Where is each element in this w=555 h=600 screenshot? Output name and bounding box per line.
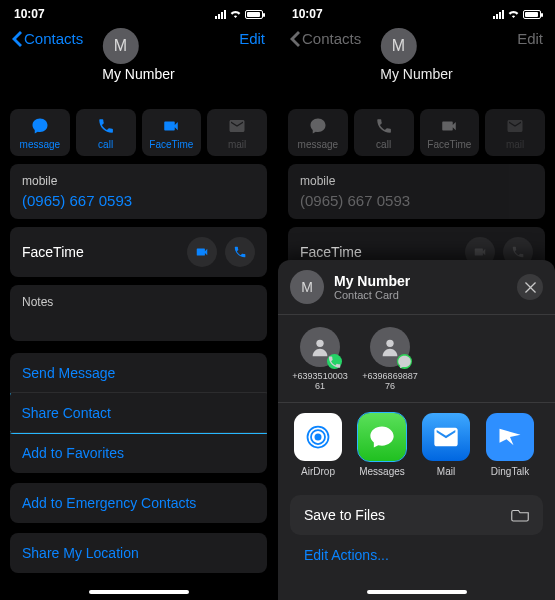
phone-card[interactable]: mobile (0965) 667 0593 — [10, 164, 267, 219]
svg-point-1 — [386, 340, 393, 347]
action-message[interactable]: message — [10, 109, 70, 156]
phone-label: mobile — [300, 174, 533, 188]
divider — [278, 402, 555, 403]
folder-icon — [511, 508, 529, 522]
send-message-item[interactable]: Send Message — [10, 353, 267, 393]
avatar: M — [102, 28, 138, 64]
phone-value: (0965) 667 0593 — [22, 192, 255, 209]
facetime-label: FaceTime — [300, 244, 362, 260]
avatar: M — [290, 270, 324, 304]
action-message: message — [288, 109, 348, 156]
contact-name: My Number — [102, 66, 174, 82]
share-person[interactable]: +6393510003 61 — [292, 327, 348, 392]
actions-list: Send Message Share Contact Add to Favori… — [10, 353, 267, 473]
contact-name: My Number — [380, 66, 452, 82]
contact-header: M My Number — [102, 28, 174, 82]
app-mail[interactable]: Mail — [420, 413, 472, 477]
facetime-audio-button[interactable] — [225, 237, 255, 267]
dingtalk-icon — [496, 423, 524, 451]
share-sheet: M My Number Contact Card +6393510003 61 — [278, 260, 555, 600]
action-mail: mail — [485, 109, 545, 156]
video-icon — [195, 245, 209, 259]
phone-icon — [97, 117, 115, 135]
person-number: +6396869887 76 — [362, 372, 418, 392]
add-favorites-item[interactable]: Add to Favorites — [10, 432, 267, 473]
phone-value: (0965) 667 0593 — [300, 192, 533, 209]
status-icons — [493, 8, 541, 20]
nav-bar: Contacts M My Number Edit — [0, 24, 277, 53]
facetime-label: FaceTime — [22, 244, 84, 260]
nav-bar: Contacts M My Number Edit — [278, 24, 555, 53]
signal-icon — [215, 9, 226, 19]
facetime-video-button[interactable] — [187, 237, 217, 267]
phone-icon — [375, 117, 393, 135]
app-dingtalk[interactable]: DingTalk — [484, 413, 536, 477]
notes-card[interactable]: Notes — [10, 285, 267, 341]
phone-label: mobile — [22, 174, 255, 188]
action-call[interactable]: call — [76, 109, 136, 156]
share-people-row: +6393510003 61 +6396869887 76 — [278, 319, 555, 402]
chevron-left-icon — [12, 31, 22, 47]
add-emergency-item[interactable]: Add to Emergency Contacts — [10, 483, 267, 523]
home-indicator[interactable] — [367, 590, 467, 594]
back-label: Contacts — [302, 30, 361, 47]
share-contact-item[interactable]: Share Contact — [10, 392, 267, 434]
person-avatar — [370, 327, 410, 367]
phone-icon — [233, 245, 247, 259]
phone-right: 10:07 Contacts M My Number Edit message … — [277, 0, 555, 600]
phone-icon — [511, 245, 525, 259]
svg-point-0 — [316, 340, 323, 347]
close-icon — [525, 282, 536, 293]
avatar: M — [380, 28, 416, 64]
messages-badge-icon — [397, 354, 412, 369]
person-number: +6393510003 61 — [292, 372, 348, 392]
back-button[interactable]: Contacts — [12, 30, 83, 47]
back-button: Contacts — [290, 30, 361, 47]
app-messages[interactable]: Messages — [356, 413, 408, 477]
mail-icon — [506, 117, 524, 135]
back-label: Contacts — [24, 30, 83, 47]
status-bar: 10:07 — [0, 0, 277, 24]
status-icons — [215, 8, 263, 20]
signal-icon — [493, 9, 504, 19]
divider — [278, 314, 555, 315]
action-call: call — [354, 109, 414, 156]
save-to-files-item[interactable]: Save to Files — [290, 495, 543, 535]
share-sheet-header: M My Number Contact Card — [278, 260, 555, 314]
svg-point-2 — [315, 433, 322, 440]
share-subtitle: Contact Card — [334, 289, 410, 301]
action-mail: mail — [207, 109, 267, 156]
chevron-left-icon — [290, 31, 300, 47]
action-row: message call FaceTime mail — [278, 109, 555, 156]
wifi-icon — [229, 8, 242, 20]
phone-card: mobile (0965) 667 0593 — [288, 164, 545, 219]
message-icon — [309, 117, 327, 135]
mail-icon — [432, 423, 460, 451]
action-row: message call FaceTime mail — [0, 109, 277, 156]
airdrop-icon — [304, 423, 332, 451]
share-title: My Number — [334, 273, 410, 289]
action-facetime: FaceTime — [420, 109, 480, 156]
home-indicator[interactable] — [89, 590, 189, 594]
share-person[interactable]: +6396869887 76 — [362, 327, 418, 392]
action-facetime[interactable]: FaceTime — [142, 109, 202, 156]
battery-icon — [523, 10, 541, 19]
whatsapp-badge-icon — [327, 354, 342, 369]
save-files-label: Save to Files — [304, 507, 385, 523]
close-button[interactable] — [517, 274, 543, 300]
video-icon — [440, 117, 458, 135]
share-apps-row: AirDrop Messages Mail DingTalk — [278, 407, 555, 487]
app-airdrop[interactable]: AirDrop — [292, 413, 344, 477]
facetime-card: FaceTime — [10, 227, 267, 277]
status-bar: 10:07 — [278, 0, 555, 24]
status-time: 10:07 — [292, 7, 323, 21]
edit-actions-item[interactable]: Edit Actions... — [278, 535, 555, 563]
edit-button[interactable]: Edit — [239, 30, 265, 47]
video-icon — [162, 117, 180, 135]
battery-icon — [245, 10, 263, 19]
share-location-item[interactable]: Share My Location — [10, 533, 267, 573]
wifi-icon — [507, 8, 520, 20]
notes-label: Notes — [22, 295, 255, 309]
message-icon — [31, 117, 49, 135]
contact-header: M My Number — [380, 28, 452, 82]
